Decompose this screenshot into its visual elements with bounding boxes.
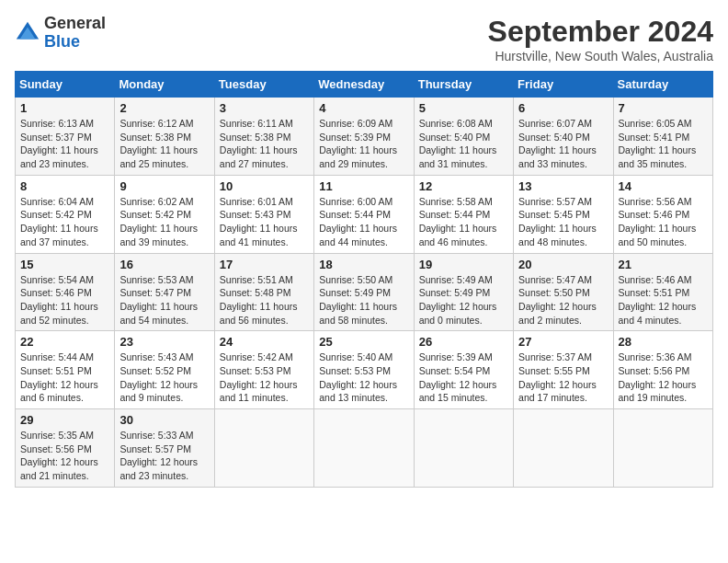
table-row: 5 Sunrise: 6:08 AMSunset: 5:40 PMDayligh… xyxy=(414,98,513,176)
table-row: 27 Sunrise: 5:37 AMSunset: 5:55 PMDaylig… xyxy=(514,331,613,409)
table-row: 21 Sunrise: 5:46 AMSunset: 5:51 PMDaylig… xyxy=(613,253,712,331)
page-header: General Blue September 2024 Hurstville, … xyxy=(15,15,713,63)
logo-text: General Blue xyxy=(44,15,106,52)
header-wednesday: Wednesday xyxy=(314,72,414,98)
table-row: 15 Sunrise: 5:54 AMSunset: 5:46 PMDaylig… xyxy=(16,253,115,331)
calendar-header-row: Sunday Monday Tuesday Wednesday Thursday… xyxy=(16,72,713,98)
table-row xyxy=(314,409,414,488)
table-row: 30 Sunrise: 5:33 AMSunset: 5:57 PMDaylig… xyxy=(115,409,214,488)
title-block: September 2024 Hurstville, New South Wal… xyxy=(488,15,713,63)
table-row: 6 Sunrise: 6:07 AMSunset: 5:40 PMDayligh… xyxy=(514,98,613,176)
header-monday: Monday xyxy=(115,72,214,98)
table-row: 14 Sunrise: 5:56 AMSunset: 5:46 PMDaylig… xyxy=(613,175,712,253)
table-row: 8 Sunrise: 6:04 AMSunset: 5:42 PMDayligh… xyxy=(16,175,115,253)
logo: General Blue xyxy=(15,15,106,52)
header-saturday: Saturday xyxy=(613,72,712,98)
table-row: 7 Sunrise: 6:05 AMSunset: 5:41 PMDayligh… xyxy=(613,98,712,176)
table-row: 22 Sunrise: 5:44 AMSunset: 5:51 PMDaylig… xyxy=(16,331,115,409)
calendar-table: Sunday Monday Tuesday Wednesday Thursday… xyxy=(15,71,713,488)
header-sunday: Sunday xyxy=(16,72,115,98)
table-row: 3 Sunrise: 6:11 AMSunset: 5:38 PMDayligh… xyxy=(214,98,313,176)
table-row: 19 Sunrise: 5:49 AMSunset: 5:49 PMDaylig… xyxy=(414,253,513,331)
table-row xyxy=(514,409,613,488)
table-row: 11 Sunrise: 6:00 AMSunset: 5:44 PMDaylig… xyxy=(314,175,414,253)
table-row: 18 Sunrise: 5:50 AMSunset: 5:49 PMDaylig… xyxy=(314,253,414,331)
table-row: 20 Sunrise: 5:47 AMSunset: 5:50 PMDaylig… xyxy=(514,253,613,331)
header-tuesday: Tuesday xyxy=(214,72,313,98)
table-row: 26 Sunrise: 5:39 AMSunset: 5:54 PMDaylig… xyxy=(414,331,513,409)
table-row: 23 Sunrise: 5:43 AMSunset: 5:52 PMDaylig… xyxy=(115,331,214,409)
table-row: 25 Sunrise: 5:40 AMSunset: 5:53 PMDaylig… xyxy=(314,331,414,409)
table-row: 29 Sunrise: 5:35 AMSunset: 5:56 PMDaylig… xyxy=(16,409,115,488)
table-row xyxy=(414,409,513,488)
header-thursday: Thursday xyxy=(414,72,513,98)
location-subtitle: Hurstville, New South Wales, Australia xyxy=(488,49,713,63)
logo-icon xyxy=(15,20,40,46)
table-row xyxy=(214,409,313,488)
header-friday: Friday xyxy=(514,72,613,98)
table-row: 28 Sunrise: 5:36 AMSunset: 5:56 PMDaylig… xyxy=(613,331,712,409)
table-row xyxy=(613,409,712,488)
table-row: 24 Sunrise: 5:42 AMSunset: 5:53 PMDaylig… xyxy=(214,331,313,409)
table-row: 4 Sunrise: 6:09 AMSunset: 5:39 PMDayligh… xyxy=(314,98,414,176)
table-row: 2 Sunrise: 6:12 AMSunset: 5:38 PMDayligh… xyxy=(115,98,214,176)
table-row: 13 Sunrise: 5:57 AMSunset: 5:45 PMDaylig… xyxy=(514,175,613,253)
table-row: 12 Sunrise: 5:58 AMSunset: 5:44 PMDaylig… xyxy=(414,175,513,253)
month-title: September 2024 xyxy=(488,15,713,49)
table-row: 10 Sunrise: 6:01 AMSunset: 5:43 PMDaylig… xyxy=(214,175,313,253)
table-row: 1Sunrise: 6:13 AMSunset: 5:37 PMDaylight… xyxy=(16,98,115,176)
table-row: 17 Sunrise: 5:51 AMSunset: 5:48 PMDaylig… xyxy=(214,253,313,331)
table-row: 9 Sunrise: 6:02 AMSunset: 5:42 PMDayligh… xyxy=(115,175,214,253)
table-row: 16 Sunrise: 5:53 AMSunset: 5:47 PMDaylig… xyxy=(115,253,214,331)
